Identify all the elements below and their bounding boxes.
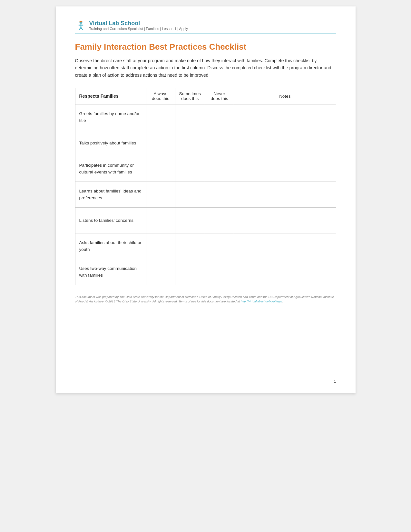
checklist-table: Respects Families Always does this Somet… — [75, 88, 336, 285]
always-cell — [146, 104, 175, 130]
table-row: Learns about families' ideas and prefere… — [75, 182, 336, 208]
sometimes-cell — [175, 233, 205, 259]
svg-line-4 — [81, 27, 83, 30]
col-header-respects: Respects Families — [75, 88, 146, 104]
notes-cell — [234, 130, 336, 156]
notes-cell — [234, 156, 336, 182]
page-number: 1 — [334, 379, 336, 384]
always-cell — [146, 259, 175, 285]
table-row: Talks positively about families — [75, 130, 336, 156]
notes-cell — [234, 233, 336, 259]
always-cell — [146, 182, 175, 208]
breadcrumb: Training and Curriculum Specialist | Fam… — [89, 27, 188, 31]
action-cell: Asks families about their child or youth — [75, 233, 146, 259]
never-cell — [205, 182, 234, 208]
action-cell: Listens to families' concerns — [75, 208, 146, 233]
col-header-notes: Notes — [234, 88, 336, 104]
footer: This document was prepared by The Ohio S… — [75, 295, 336, 304]
intro-text: Observe the direct care staff at your pr… — [75, 57, 336, 79]
sometimes-cell — [175, 208, 205, 233]
sometimes-cell — [175, 259, 205, 285]
sometimes-cell — [175, 182, 205, 208]
always-cell — [146, 233, 175, 259]
never-cell — [205, 156, 234, 182]
page-title: Family Interaction Best Practices Checkl… — [75, 42, 336, 52]
notes-cell — [234, 182, 336, 208]
logo-area: Virtual Lab School Training and Curricul… — [75, 19, 188, 31]
sometimes-cell — [175, 130, 205, 156]
notes-cell — [234, 259, 336, 285]
never-cell — [205, 104, 234, 130]
action-cell: Learns about families' ideas and prefere… — [75, 182, 146, 208]
never-cell — [205, 233, 234, 259]
footer-link[interactable]: http://virtuallabschool.org/legal — [241, 300, 282, 303]
header: Virtual Lab School Training and Curricul… — [75, 19, 336, 34]
col-header-always: Always does this — [146, 88, 175, 104]
table-row: Participates in community or cultural ev… — [75, 156, 336, 182]
logo-icon — [75, 19, 87, 31]
col-header-sometimes: Sometimes does this — [175, 88, 205, 104]
footer-text: This document was prepared by The Ohio S… — [75, 295, 334, 303]
action-cell: Greets families by name and/or title — [75, 104, 146, 130]
never-cell — [205, 208, 234, 233]
logo-text-area: Virtual Lab School Training and Curricul… — [89, 20, 188, 31]
never-cell — [205, 130, 234, 156]
action-cell: Uses two-way communication with families — [75, 259, 146, 285]
page: Virtual Lab School Training and Curricul… — [56, 6, 356, 393]
sometimes-cell — [175, 156, 205, 182]
always-cell — [146, 156, 175, 182]
table-row: Asks families about their child or youth — [75, 233, 336, 259]
action-cell: Participates in community or cultural ev… — [75, 156, 146, 182]
notes-cell — [234, 104, 336, 130]
table-row: Greets families by name and/or title — [75, 104, 336, 130]
always-cell — [146, 130, 175, 156]
always-cell — [146, 208, 175, 233]
notes-cell — [234, 208, 336, 233]
table-header-row: Respects Families Always does this Somet… — [75, 88, 336, 104]
sometimes-cell — [175, 104, 205, 130]
col-header-never: Never does this — [205, 88, 234, 104]
never-cell — [205, 259, 234, 285]
logo-title: Virtual Lab School — [89, 20, 188, 27]
action-cell: Talks positively about families — [75, 130, 146, 156]
table-row: Uses two-way communication with families — [75, 259, 336, 285]
table-row: Listens to families' concerns — [75, 208, 336, 233]
